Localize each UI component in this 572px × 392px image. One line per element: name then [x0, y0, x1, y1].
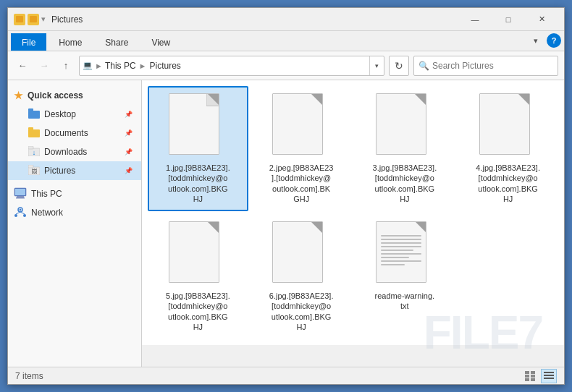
- sidebar-item-pictures-label: Pictures: [44, 166, 75, 176]
- search-box: 🔍: [413, 56, 558, 76]
- forward-button[interactable]: →: [35, 57, 53, 74]
- title-controls: — □ ✕: [458, 8, 558, 31]
- folder-downloads-icon: ↓: [28, 146, 40, 158]
- svg-rect-24: [525, 378, 529, 381]
- file-item-6[interactable]: 6.jpg.[9B83AE23].[toddmhickey@outlook.co…: [251, 214, 352, 339]
- help-button[interactable]: ?: [547, 33, 561, 48]
- file-thumb-7: [376, 221, 434, 286]
- sidebar-item-pictures[interactable]: 🖼 Pictures 📌: [8, 161, 141, 180]
- svg-rect-8: [28, 165, 33, 168]
- network-icon: [14, 206, 27, 220]
- file-thumb-1: [169, 93, 227, 158]
- close-button[interactable]: ✕: [525, 8, 558, 31]
- file-item-1[interactable]: 1.jpg.[9B83AE23].[toddmhickey@outlook.co…: [148, 86, 248, 211]
- svg-rect-26: [544, 372, 554, 373]
- file-label-7: readme-warning.txt: [375, 291, 435, 312]
- window-title: Pictures: [51, 14, 458, 25]
- folder-desktop-icon: [28, 108, 40, 121]
- sidebar-item-desktop[interactable]: Desktop 📌: [8, 105, 141, 124]
- sidebar-item-downloads-label: Downloads: [44, 147, 87, 157]
- breadcrumb-pictures[interactable]: Pictures: [149, 61, 180, 71]
- maximize-button[interactable]: □: [492, 8, 525, 31]
- sidebar-item-thispc-label: This PC: [31, 189, 62, 199]
- svg-rect-21: [531, 371, 535, 374]
- address-dropdown-button[interactable]: ▾: [369, 56, 384, 75]
- sidebar-quickaccess-label: Quick access: [28, 90, 83, 101]
- explorer-window: ▾ Pictures — □ ✕ File Home Share View ▾ …: [7, 7, 565, 385]
- main-area: ★ Quick access Desktop 📌: [8, 80, 564, 367]
- pin-icon-docs: 📌: [125, 129, 133, 137]
- svg-text:🖼: 🖼: [31, 169, 37, 175]
- svg-line-17: [16, 212, 20, 214]
- sidebar-section-quickaccess: ★ Quick access Desktop 📌: [8, 86, 141, 180]
- ribbon-collapse-button[interactable]: ▾: [528, 33, 544, 48]
- tab-view[interactable]: View: [140, 33, 181, 51]
- search-input[interactable]: [432, 61, 553, 71]
- sidebar-item-downloads[interactable]: ↓ Downloads 📌: [8, 142, 141, 161]
- svg-rect-20: [525, 371, 529, 374]
- file-item-7[interactable]: readme-warning.txt: [355, 214, 455, 339]
- svg-point-16: [23, 214, 26, 217]
- sidebar-item-network[interactable]: Network: [8, 203, 141, 222]
- pin-icon-pictures: 📌: [125, 167, 133, 174]
- star-icon: ★: [14, 90, 23, 101]
- svg-text:↓: ↓: [33, 149, 36, 156]
- sidebar-item-documents[interactable]: Documents 📌: [8, 124, 141, 142]
- file-thumb-2: [272, 93, 330, 158]
- file-thumb-4: [479, 93, 537, 158]
- up-button[interactable]: ↑: [57, 57, 75, 74]
- svg-rect-28: [544, 378, 554, 379]
- sidebar-item-desktop-label: Desktop: [44, 109, 76, 119]
- pin-icon-downloads: 📌: [125, 148, 133, 155]
- file-label-4: 4.jpg.[9B83AE23].[toddmhickey@outlook.co…: [476, 163, 540, 204]
- thispc-icon: [14, 187, 27, 201]
- svg-rect-25: [531, 378, 535, 381]
- sidebar-item-thispc[interactable]: This PC: [8, 184, 141, 203]
- file-item-5[interactable]: 5.jpg.[9B83AE23].[toddmhickey@outlook.co…: [148, 214, 248, 339]
- svg-point-19: [20, 208, 22, 210]
- sidebar: ★ Quick access Desktop 📌: [8, 80, 142, 367]
- address-bar: ← → ↑ 💻 ► This PC ► Pictures ▾ ↻ 🔍: [8, 51, 564, 80]
- file-item-2[interactable]: 2.jpeg.[9B83AE23].[toddmhickey@outlook.c…: [251, 86, 352, 211]
- address-path[interactable]: 💻 ► This PC ► Pictures: [80, 56, 369, 75]
- file-label-2: 2.jpeg.[9B83AE23].[toddmhickey@outlook.c…: [269, 163, 334, 204]
- svg-rect-13: [15, 189, 25, 195]
- tab-share[interactable]: Share: [94, 33, 139, 51]
- tab-file[interactable]: File: [11, 33, 46, 51]
- breadcrumb-thispc[interactable]: This PC: [105, 61, 136, 71]
- tab-home[interactable]: Home: [48, 33, 93, 51]
- file-label-3: 3.jpg.[9B83AE23].[toddmhickey@outlook.co…: [373, 163, 437, 204]
- file-label-6: 6.jpg.[9B83AE23].[toddmhickey@outlook.co…: [269, 291, 334, 332]
- svg-rect-0: [28, 111, 40, 119]
- file-item-4[interactable]: 4.jpg.[9B83AE23].[toddmhickey@outlook.co…: [458, 86, 558, 211]
- icons-view-button[interactable]: [541, 369, 557, 383]
- list-view-button[interactable]: [522, 369, 538, 383]
- svg-rect-1: [28, 108, 33, 111]
- svg-line-18: [20, 212, 25, 214]
- file-label-1: 1.jpg.[9B83AE23].[toddmhickey@outlook.co…: [166, 163, 230, 204]
- sidebar-section-system: This PC Network: [8, 184, 141, 222]
- file-thumb-5: [169, 221, 227, 286]
- title-bar-icons: ▾: [14, 14, 46, 25]
- minimize-button[interactable]: —: [458, 8, 492, 31]
- ribbon-tabs: File Home Share View ▾ ?: [8, 31, 564, 51]
- file-label-5: 5.jpg.[9B83AE23].[toddmhickey@outlook.co…: [166, 291, 230, 332]
- pin-icon: 📌: [125, 111, 133, 118]
- svg-rect-23: [531, 375, 535, 378]
- svg-rect-11: [17, 196, 24, 197]
- svg-rect-22: [525, 375, 529, 378]
- file-item-3[interactable]: 3.jpg.[9B83AE23].[toddmhickey@outlook.co…: [355, 86, 455, 211]
- search-icon: 🔍: [419, 61, 429, 71]
- file-thumb-3: [376, 93, 434, 158]
- sidebar-item-documents-label: Documents: [44, 128, 88, 138]
- folder-documents-icon: [28, 127, 40, 140]
- svg-point-15: [14, 214, 17, 217]
- svg-rect-2: [28, 129, 40, 137]
- svg-rect-12: [16, 197, 25, 199]
- status-view-controls: [522, 369, 557, 383]
- sidebar-quickaccess-header[interactable]: ★ Quick access: [8, 86, 141, 105]
- back-button[interactable]: ←: [14, 57, 31, 74]
- refresh-button[interactable]: ↻: [389, 56, 409, 76]
- svg-rect-27: [544, 375, 554, 376]
- status-count: 7 items: [15, 371, 43, 381]
